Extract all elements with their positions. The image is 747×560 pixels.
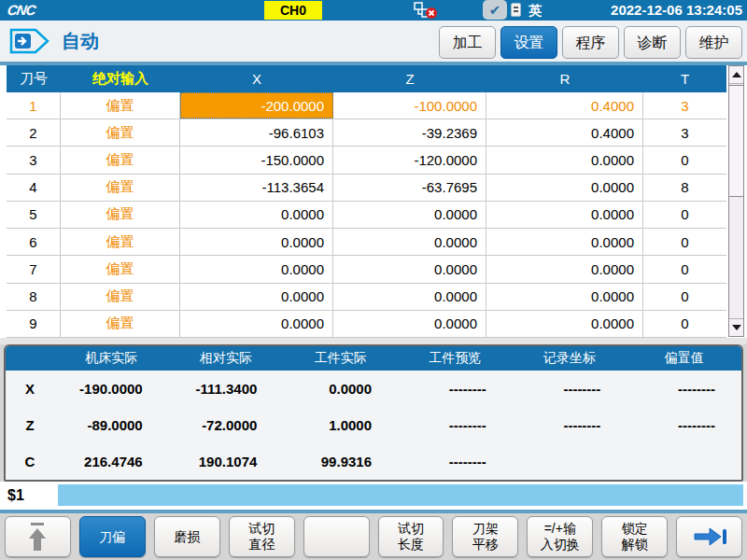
t-offset-cell[interactable]: 3	[643, 92, 726, 119]
x-offset-cell[interactable]: 0.0000	[180, 284, 333, 310]
offset-value: --------	[627, 417, 741, 433]
tool-no-cell[interactable]: 1	[7, 92, 61, 119]
r-offset-cell[interactable]: 0.4000	[486, 92, 643, 119]
gap-strip	[0, 338, 747, 344]
relative-actual-value: 190.1074	[169, 454, 284, 469]
tab-maintenance[interactable]: 维护	[685, 26, 742, 59]
z-offset-cell[interactable]: -120.0000	[333, 147, 486, 173]
tool-no-cell[interactable]: 8	[7, 284, 61, 310]
x-offset-cell[interactable]: -150.0000	[180, 147, 333, 173]
tab-machining[interactable]: 加工	[439, 26, 496, 59]
t-offset-cell[interactable]: 0	[643, 147, 726, 173]
type-cell[interactable]: 偏置	[61, 284, 180, 310]
x-offset-cell-focused[interactable]: -200.0000	[180, 92, 333, 119]
tool-offset-table-area: 刀号 绝对输入 X Z R T 1 偏置 -200.0000 -100.0000…	[0, 65, 747, 338]
type-cell[interactable]: 偏置	[61, 175, 180, 201]
header-absolute-input: 绝对输入	[61, 65, 180, 92]
softkey-input-toggle[interactable]: =/+输 入切换	[527, 516, 593, 557]
nav-bar: 自动 加工 设置 程序 诊断 维护	[0, 21, 747, 62]
softkey-bar: 刀偏 磨损 试切 直径 试切 长度 刀架 平移 =/+输 入切换 锁定 解锁	[0, 513, 747, 560]
softkey-tool-offset[interactable]: 刀偏	[79, 516, 146, 557]
x-offset-cell[interactable]: 0.0000	[180, 311, 333, 337]
z-offset-cell[interactable]: 0.0000	[333, 256, 486, 282]
tool-no-cell[interactable]: 2	[7, 119, 61, 146]
datetime-display: 2022-12-06 13:24:05	[611, 2, 742, 18]
tool-no-cell[interactable]: 6	[7, 229, 61, 255]
scroll-down-icon[interactable]	[729, 318, 743, 336]
workpiece-actual-value: 99.9316	[283, 454, 398, 469]
type-cell[interactable]: 偏置	[61, 92, 180, 119]
z-offset-cell[interactable]: 0.0000	[333, 229, 486, 255]
workpiece-preview-value: --------	[398, 417, 513, 433]
softkey-empty[interactable]	[303, 516, 370, 557]
tool-no-cell[interactable]: 7	[7, 256, 61, 282]
command-prompt: $1	[7, 482, 24, 510]
table-scrollbar[interactable]	[728, 65, 744, 337]
type-cell[interactable]: 偏置	[61, 202, 180, 228]
r-offset-cell[interactable]: 0.0000	[486, 147, 643, 173]
z-offset-cell[interactable]: 0.0000	[333, 202, 486, 228]
t-offset-cell[interactable]: 0	[643, 202, 726, 228]
type-cell[interactable]: 偏置	[61, 147, 180, 173]
tool-no-cell[interactable]: 3	[7, 147, 61, 173]
tool-no-cell[interactable]: 4	[7, 175, 61, 201]
table-row: 7 偏置 0.0000 0.0000 0.0000 0	[7, 256, 726, 283]
table-row: 3 偏置 -150.0000 -120.0000 0.0000 0	[7, 147, 726, 174]
record-coord-value: --------	[513, 417, 627, 433]
r-offset-cell[interactable]: 0.4000	[486, 119, 643, 146]
r-offset-cell[interactable]: 0.0000	[486, 256, 643, 282]
x-offset-cell[interactable]: 0.0000	[180, 229, 333, 255]
header-t: T	[643, 65, 726, 92]
header-record-coord: 记录坐标	[513, 350, 627, 367]
type-cell[interactable]: 偏置	[61, 119, 180, 146]
softkey-trial-cut-diameter[interactable]: 试切 直径	[229, 516, 295, 557]
softkey-trial-cut-length[interactable]: 试切 长度	[378, 516, 444, 557]
table-row: 1 偏置 -200.0000 -100.0000 0.4000 3	[7, 92, 726, 119]
header-workpiece-actual: 工件实际	[283, 350, 398, 367]
r-offset-cell[interactable]: 0.0000	[486, 229, 643, 255]
brand-logo: CNC	[7, 2, 36, 18]
softkey-turret-translate[interactable]: 刀架 平移	[452, 516, 518, 557]
tab-settings[interactable]: 设置	[500, 26, 557, 59]
z-offset-cell[interactable]: 0.0000	[333, 311, 486, 337]
softkey-page-up[interactable]	[5, 516, 71, 557]
softkey-wear[interactable]: 磨损	[154, 516, 220, 557]
table-row: 4 偏置 -113.3654 -63.7695 0.0000 8	[7, 175, 726, 202]
r-offset-cell[interactable]: 0.0000	[486, 175, 643, 201]
t-offset-cell[interactable]: 3	[643, 119, 726, 146]
tab-diagnosis[interactable]: 诊断	[624, 26, 681, 59]
r-offset-cell[interactable]: 0.0000	[486, 284, 643, 310]
type-cell[interactable]: 偏置	[61, 311, 180, 337]
axis-row-z: Z -89.0000 -72.0000 1.0000 -------- ----…	[6, 407, 741, 443]
z-offset-cell[interactable]: -39.2369	[333, 119, 486, 146]
t-offset-cell[interactable]: 0	[643, 311, 726, 337]
record-coord-value: --------	[513, 381, 627, 397]
tool-no-cell[interactable]: 5	[7, 202, 61, 228]
x-offset-cell[interactable]: -113.3654	[180, 175, 333, 201]
softkey-lock-unlock[interactable]: 锁定 解锁	[601, 516, 668, 557]
softkey-next-page[interactable]	[676, 516, 742, 557]
r-offset-cell[interactable]: 0.0000	[486, 202, 643, 228]
language-indicator[interactable]: 英	[529, 3, 542, 20]
command-input[interactable]	[58, 484, 743, 506]
position-panel-header: 机床实际 相对实际 工件实际 工件预览 记录坐标 偏置值	[6, 346, 741, 371]
z-offset-cell[interactable]: 0.0000	[333, 284, 486, 310]
workpiece-actual-value: 1.0000	[283, 417, 398, 433]
t-offset-cell[interactable]: 0	[643, 256, 726, 282]
scrollbar-thumb[interactable]	[728, 85, 744, 197]
scroll-up-icon[interactable]	[729, 66, 743, 84]
t-offset-cell[interactable]: 0	[643, 284, 726, 310]
x-offset-cell[interactable]: 0.0000	[180, 202, 333, 228]
r-offset-cell[interactable]: 0.0000	[486, 311, 643, 337]
type-cell[interactable]: 偏置	[61, 229, 180, 255]
tool-no-cell[interactable]: 9	[7, 311, 61, 337]
x-offset-cell[interactable]: -96.6103	[180, 119, 333, 146]
z-offset-cell[interactable]: -63.7695	[333, 175, 486, 201]
header-r: R	[486, 65, 643, 92]
x-offset-cell[interactable]: 0.0000	[180, 256, 333, 282]
type-cell[interactable]: 偏置	[61, 256, 180, 282]
t-offset-cell[interactable]: 0	[643, 229, 726, 255]
tab-program[interactable]: 程序	[562, 26, 619, 59]
t-offset-cell[interactable]: 8	[643, 175, 726, 201]
z-offset-cell[interactable]: -100.0000	[333, 92, 486, 119]
